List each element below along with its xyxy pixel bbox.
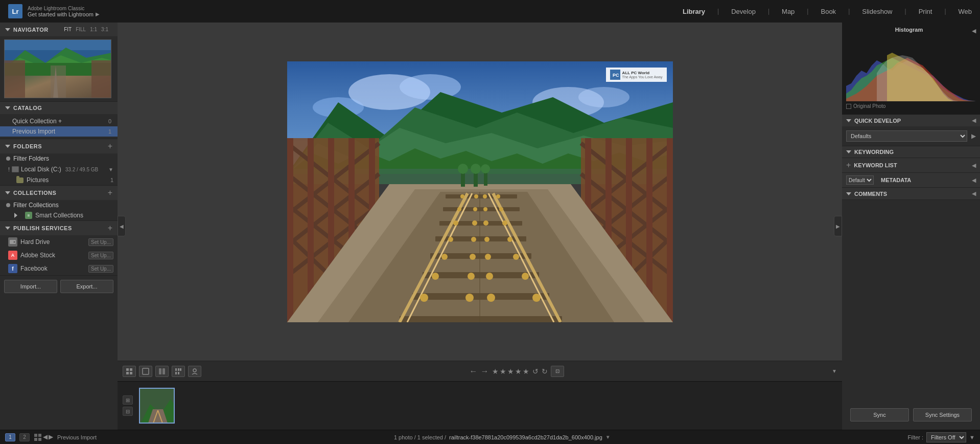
import-button[interactable]: Import... [4,280,57,293]
original-photo-checkbox[interactable] [846,104,851,109]
rotate-right-button[interactable]: ↻ [542,367,548,375]
metadata-header[interactable]: Default Metadata ◀ [842,173,980,187]
filter-folders-item[interactable]: Filter Folders [0,153,118,164]
histogram-expand[interactable]: ◀ [972,28,976,34]
nav-web[interactable]: Web [959,6,972,17]
app-branding: Lr Adobe Lightroom Classic Get started w… [8,4,100,18]
comments-header[interactable]: Comments ◀ [842,188,980,199]
rotate-left-button[interactable]: ↺ [532,367,539,375]
smart-collections-item[interactable]: ≡ Smart Collections [0,210,118,220]
page-1-button[interactable]: 1 [5,433,15,441]
keyword-list-expand[interactable]: ◀ [972,162,976,169]
nav-thumbnail[interactable] [4,39,111,98]
center-toolbar: ← → ★ ★ ★ ★ ★ ↺ ↻ ⊡ ▼ [118,361,842,381]
nav-map[interactable]: Map [782,6,795,17]
pictures-folder[interactable]: Pictures 1 [0,175,118,185]
nav-develop[interactable]: Develop [731,6,756,17]
nav-library[interactable]: Library [683,6,705,17]
quick-develop-header[interactable]: Quick Develop ◀ [842,115,980,126]
right-panel-collapse[interactable]: ▶ [834,216,842,236]
export-button[interactable]: Export... [60,280,113,293]
star-4[interactable]: ★ [515,367,522,375]
folders-add-button[interactable]: + [108,142,112,150]
toolbar-dropdown[interactable]: ▼ [832,368,837,374]
disk-indicator: ! [8,166,10,172]
keyword-list-header[interactable]: + Keyword List ◀ [842,158,980,172]
folders-header[interactable]: Folders + [0,139,118,153]
adobe-stock-setup-button[interactable]: Set Up... [88,252,113,259]
zoom-button[interactable]: ⊡ [551,366,564,377]
navigator-header[interactable]: Navigator FIT FILL 1:1 3:1 [0,23,118,36]
disk-dropdown-arrow[interactable]: ▼ [108,167,113,172]
page-2-button[interactable]: 2 [19,433,30,441]
comments-expand[interactable]: ◀ [972,190,976,197]
quick-develop-preset-select[interactable]: Defaults [846,130,967,142]
toolbar-prev-arrow[interactable]: ← [470,367,478,376]
publish-adobe-stock[interactable]: A Adobe Stock Set Up... [0,249,118,262]
keywording-header[interactable]: Keywording [842,146,980,158]
compare-view-button[interactable] [155,366,169,377]
nav-fill[interactable]: FILL [76,27,86,32]
grid-view-button[interactable] [123,366,136,377]
nav-3to1[interactable]: 3:1 [101,27,108,32]
star-5[interactable]: ★ [523,367,529,375]
nav-arrows: ◀ ▶ [34,433,53,441]
star-3[interactable]: ★ [507,367,514,375]
quick-develop-expand[interactable]: ◀ [972,117,976,124]
star-2[interactable]: ★ [500,367,506,375]
survey-view-button[interactable] [172,366,185,377]
filter-collections-item[interactable]: Filter Collections [0,200,118,210]
loupe-view-button[interactable] [139,366,152,377]
catalog-header[interactable]: Catalog [0,102,118,114]
publish-hardrive[interactable]: Hard Drive Set Up... [0,235,118,249]
comments-title: Comments [854,191,887,197]
collections-add-button[interactable]: + [108,189,112,197]
nav-1to1[interactable]: 1:1 [90,27,97,32]
nav-fit[interactable]: FIT [64,27,72,32]
star-rating[interactable]: ★ ★ ★ ★ ★ [492,367,529,375]
filmstrip-grid-btn[interactable]: ⊞ [123,395,133,405]
star-1[interactable]: ★ [492,367,499,375]
sync-settings-button[interactable]: Sync Settings [913,408,972,421]
app-info: Adobe Lightroom Classic Get started with… [28,6,100,17]
publish-services-header[interactable]: Publish Services + [0,221,118,235]
catalog-triangle [5,106,10,109]
app-subtitle: Get started with Lightroom ▶ [28,11,100,17]
local-disk-item[interactable]: ! Local Disk (C:) 33.2 / 49.5 GB ▼ [0,164,118,175]
hdd-setup-button[interactable]: Set Up... [88,238,113,246]
filter-expand[interactable]: ▼ [969,434,975,440]
watermark-logo: PC [610,70,620,80]
smart-coll-triangle [14,213,20,218]
prev-arrow[interactable]: ◀ [43,433,48,441]
publish-facebook[interactable]: f Facebook Set Up... [0,262,118,275]
keyword-list-title: Keyword List [854,162,897,168]
toolbar-next-arrow[interactable]: → [481,367,489,376]
main-photo[interactable]: PC ALL PC World The Apps You Love Away [287,61,673,322]
facebook-setup-button[interactable]: Set Up... [88,265,113,273]
comments-section: Comments ◀ [842,188,980,200]
filter-select[interactable]: Filters Off [926,432,966,442]
subtitle-arrow[interactable]: ▶ [96,11,100,17]
filmstrip-nav-btn[interactable]: ⊟ [123,407,133,416]
metadata-expand[interactable]: ◀ [972,177,976,184]
keyword-add-icon[interactable]: + [846,161,851,170]
filmstrip-thumb-1[interactable] [139,388,175,424]
collections-header[interactable]: Collections + [0,186,118,200]
catalog-previous-import[interactable]: Previous Import 1 [0,126,118,137]
svg-point-75 [470,254,476,260]
next-arrow[interactable]: ▶ [49,433,53,441]
left-panel-collapse[interactable]: ◀ [118,216,126,236]
people-view-button[interactable] [188,366,201,377]
quick-develop-arrow[interactable]: ▶ [971,132,976,140]
sync-button[interactable]: Sync [850,408,909,421]
bottom-left: 1 2 ◀ ▶ Previous Import [5,433,97,441]
publish-add-button[interactable]: + [108,224,112,232]
nav-book[interactable]: Book [821,6,836,17]
filepath-arrow[interactable]: ▼ [605,434,611,440]
grid-icon [34,433,42,441]
metadata-preset-select[interactable]: Default [846,175,874,185]
nav-print[interactable]: Print [919,6,932,17]
svg-rect-105 [130,372,132,374]
nav-slideshow[interactable]: Slideshow [862,6,892,17]
catalog-quick-collection[interactable]: Quick Collection + 0 [0,116,118,126]
